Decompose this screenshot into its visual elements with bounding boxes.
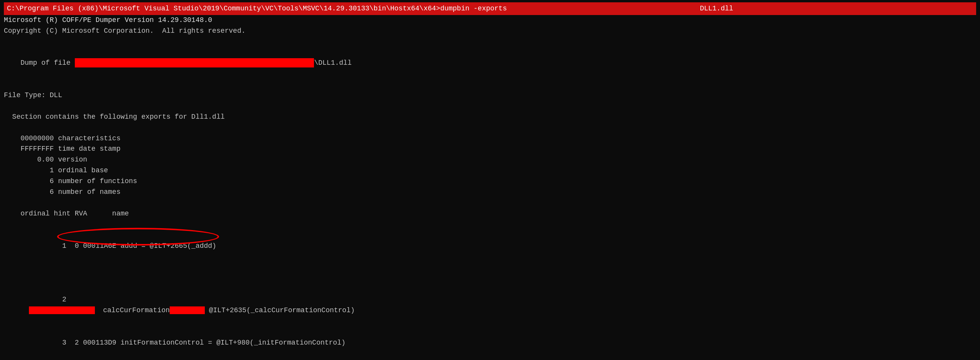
export-num-3: 3 [20, 339, 66, 347]
section-line: Section contains the following exports f… [4, 112, 976, 123]
export-detail-1: 0 00011A6E addd = @ILT+2665(_addd) [66, 242, 216, 250]
num-functions-line: 6 number of functions [4, 176, 976, 187]
blank3 [4, 101, 976, 112]
export-row-1: 1 0 00011A6E addd = @ILT+2665(_addd) [4, 230, 976, 284]
characteristics-line: 00000000 characteristics [4, 133, 976, 144]
blank2 [4, 79, 976, 90]
export-row-3: 3 2 000113D9 initFormationControl = @ILT… [4, 327, 976, 359]
export-row-2: 2 █ calcCurFormation█ @ILT+2635(_calcCur… [4, 284, 976, 327]
num-names-line: 6 number of names [4, 187, 976, 198]
command-line: C:\Program Files (x86)\Microsoft Visual … [4, 2, 976, 15]
export-detail-2b: calcCurFormation [95, 306, 170, 314]
timestamp-line: FFFFFFFF time date stamp [4, 144, 976, 155]
dump-suffix: \DLL1.dll [314, 59, 351, 67]
export-detail-2c: @ILT+2635(_calcCurFormationControl) [205, 306, 355, 314]
ordinal-base-line: 1 ordinal base [4, 165, 976, 176]
blank1 [4, 37, 976, 47]
export-detail-2a [20, 306, 29, 314]
dump-of-file-line: Dump of file █\DLL1.dll [4, 47, 976, 79]
col-headers-line: ordinal hint RVA name [4, 209, 976, 219]
version-line: Microsoft (R) COFF/PE Dumper Version 14.… [4, 15, 976, 26]
blank6 [4, 219, 976, 230]
terminal-window: C:\Program Files (x86)\Microsoft Visual … [0, 0, 980, 360]
export-num-2: 2 [20, 296, 66, 303]
export-num-1: 1 [20, 242, 66, 250]
dump-prefix: Dump of file [20, 59, 74, 67]
filetype-line: File Type: DLL [4, 90, 976, 101]
blank4 [4, 123, 976, 133]
version-num-line: 0.00 version [4, 155, 976, 165]
blank5 [4, 198, 976, 209]
export-detail-3: 2 000113D9 initFormationControl = @ILT+9… [66, 339, 346, 347]
copyright-line: Copyright (C) Microsoft Corporation. All… [4, 26, 976, 37]
